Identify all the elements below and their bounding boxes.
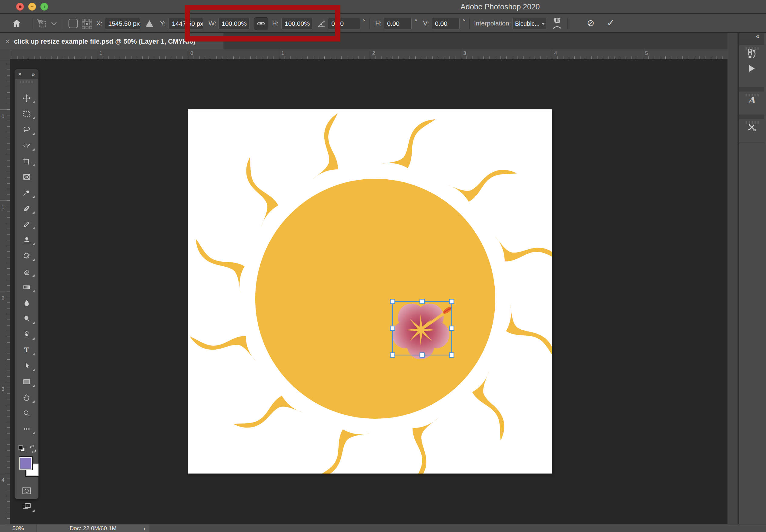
collapse-panels-icon[interactable]: « — [756, 33, 759, 40]
degree-symbol: ° — [415, 18, 417, 25]
actions-panel-button[interactable] — [739, 60, 764, 77]
stamen-burst — [405, 314, 437, 346]
play-icon — [748, 64, 756, 73]
zoom-tool[interactable] — [15, 406, 38, 421]
panel-grip[interactable] — [20, 81, 33, 83]
swap-colors-icon[interactable] — [29, 445, 37, 454]
tools-panel: × » — [15, 69, 38, 499]
transform-tool-icon — [36, 18, 47, 29]
x-position-field[interactable]: 1545.50 px — [105, 18, 140, 29]
cancel-transform-button[interactable]: ⊘ — [587, 18, 595, 28]
crop-tool[interactable] — [15, 154, 38, 168]
object-selection-tool[interactable] — [15, 138, 38, 153]
frame-tool[interactable] — [15, 170, 38, 184]
default-colors-icon[interactable] — [18, 445, 27, 455]
home-icon[interactable] — [12, 18, 22, 28]
tools-icon — [747, 123, 756, 132]
separator — [568, 18, 568, 29]
sun-artwork — [188, 109, 552, 474]
interpolation-value: Bicubic... — [515, 18, 540, 29]
separator — [369, 18, 369, 29]
y-label: Y: — [160, 20, 166, 27]
pasteboard — [10, 59, 728, 524]
ruler-label: 4 — [2, 477, 4, 483]
document-size-status[interactable]: Doc: 22.0M/60.1M › — [37, 524, 149, 532]
document-tab-title: click up resize example file.psd @ 50% (… — [14, 38, 195, 45]
close-window-button[interactable] — [16, 3, 24, 11]
edit-toolbar-icon[interactable] — [15, 422, 38, 436]
pen-tool[interactable] — [15, 327, 38, 342]
interpolation-dropdown[interactable]: Bicubic... — [512, 18, 547, 29]
panel-close-icon[interactable]: × — [18, 71, 22, 77]
ruler-label: 3 — [463, 50, 466, 56]
warp-icon — [551, 18, 563, 30]
tab-close-icon[interactable]: × — [5, 37, 10, 46]
ruler-label: 5 — [645, 50, 648, 56]
screen-mode-button[interactable] — [15, 499, 38, 514]
dock-group-glyphs: A — [739, 91, 764, 115]
right-panel-dock: « A — [739, 33, 764, 524]
panel-grip[interactable] — [745, 47, 759, 50]
separator — [63, 18, 63, 29]
quick-mask-button[interactable] — [15, 484, 38, 498]
degree-symbol: ° — [463, 18, 465, 25]
v-skew-label: V: — [423, 20, 429, 27]
ruler-label: 0 — [2, 114, 4, 120]
spot-healing-brush-tool[interactable] — [15, 201, 38, 216]
title-bar: − + Adobe Photoshop 2020 — [0, 0, 766, 14]
reference-point-checkbox[interactable] — [68, 19, 78, 28]
hand-tool[interactable] — [15, 390, 38, 405]
status-bar: 50% Doc: 22.0M/60.1M › — [0, 524, 766, 532]
rectangle-tool[interactable] — [15, 374, 38, 389]
history-brush-tool[interactable] — [15, 248, 38, 263]
gradient-tool[interactable] — [15, 280, 38, 294]
tools-panel-body: T — [15, 79, 38, 499]
panel-grip[interactable] — [745, 121, 759, 124]
brush-tool[interactable] — [15, 217, 38, 231]
relative-position-delta-icon[interactable] — [145, 19, 154, 28]
dock-group-tools — [739, 119, 764, 142]
move-tool[interactable] — [15, 91, 38, 105]
canvas[interactable] — [188, 109, 552, 474]
rectangular-marquee-tool[interactable] — [15, 107, 38, 121]
foreground-color-swatch[interactable] — [19, 457, 32, 470]
svg-text:T: T — [24, 346, 29, 354]
panel-grip[interactable] — [745, 94, 759, 96]
separator — [32, 18, 32, 29]
options-bar: X: 1545.50 px Y: 1447.50 px W: 100.00% H… — [0, 15, 766, 33]
blur-tool[interactable] — [15, 296, 38, 310]
minimize-window-button[interactable]: − — [28, 3, 36, 11]
lasso-tool[interactable] — [15, 122, 38, 137]
path-selection-tool[interactable] — [15, 359, 38, 373]
reference-point-icon — [82, 19, 92, 30]
sun-illustration — [189, 113, 552, 474]
tools-panel-header: × » — [15, 69, 38, 79]
ruler-label: 1 — [281, 50, 284, 56]
panel-flyout-icon[interactable]: » — [32, 71, 35, 77]
ruler-corner — [0, 49, 10, 59]
dock-group-history-actions — [739, 45, 764, 87]
degree-symbol: ° — [362, 18, 365, 25]
tab-strip: × click up resize example file.psd @ 50%… — [0, 33, 728, 49]
h-skew-field[interactable]: 0.00 — [384, 18, 412, 29]
type-tool[interactable]: T — [15, 343, 38, 357]
v-skew-field[interactable]: 0.00 — [432, 18, 460, 29]
chevron-down-icon[interactable] — [51, 22, 57, 25]
chevron-down-icon — [541, 23, 545, 25]
ruler-label: 0 — [190, 50, 193, 56]
dodge-tool[interactable] — [15, 311, 38, 326]
zoom-window-button[interactable]: + — [40, 3, 48, 11]
vertical-ruler: 0 1 2 3 4 — [0, 59, 10, 524]
x-label: X: — [96, 20, 102, 27]
separator — [469, 18, 470, 29]
commit-transform-button[interactable]: ✓ — [607, 18, 615, 28]
status-chevron-icon[interactable]: › — [143, 525, 145, 532]
ruler-label: 2 — [2, 295, 4, 301]
eraser-tool[interactable] — [15, 264, 38, 279]
h-skew-label: H: — [375, 20, 381, 27]
warp-mode-button[interactable] — [551, 18, 563, 30]
eyedropper-tool[interactable] — [15, 185, 38, 200]
dock-group-empty — [739, 143, 764, 532]
zoom-level-field[interactable]: 50% — [0, 524, 36, 532]
clone-stamp-tool[interactable] — [15, 233, 38, 247]
